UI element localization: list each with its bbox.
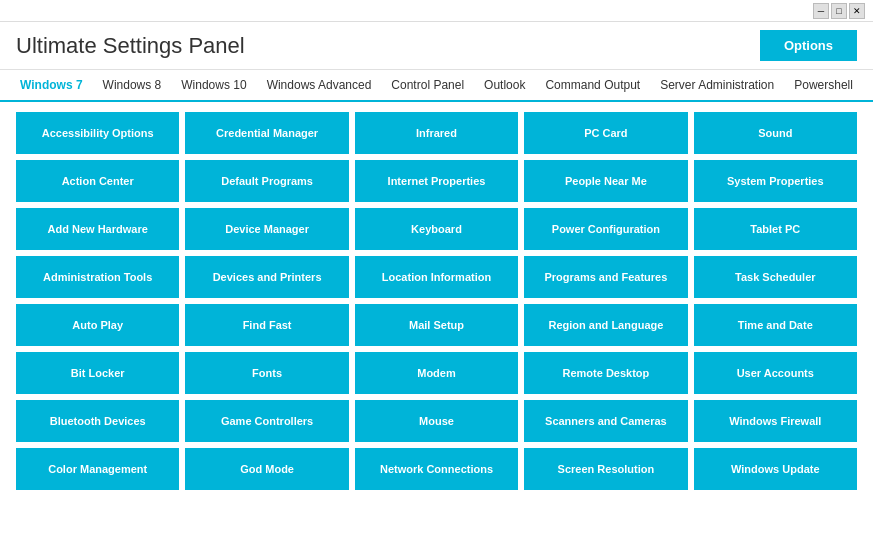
grid-btn-fonts[interactable]: Fonts — [185, 352, 348, 394]
grid-btn-infrared[interactable]: Infrared — [355, 112, 518, 154]
grid-btn-sound[interactable]: Sound — [694, 112, 857, 154]
app-title: Ultimate Settings Panel — [16, 33, 245, 59]
grid-btn-bit-locker[interactable]: Bit Locker — [16, 352, 179, 394]
grid-btn-pc-card[interactable]: PC Card — [524, 112, 687, 154]
grid-btn-administration-tools[interactable]: Administration Tools — [16, 256, 179, 298]
grid-btn-mail-setup[interactable]: Mail Setup — [355, 304, 518, 346]
options-button[interactable]: Options — [760, 30, 857, 61]
grid-btn-action-center[interactable]: Action Center — [16, 160, 179, 202]
header: Ultimate Settings Panel Options — [0, 22, 873, 70]
title-bar: ─ □ ✕ — [0, 0, 873, 22]
grid-btn-screen-resolution[interactable]: Screen Resolution — [524, 448, 687, 490]
minimize-button[interactable]: ─ — [813, 3, 829, 19]
title-bar-controls: ─ □ ✕ — [813, 3, 865, 19]
grid-btn-programs-and-features[interactable]: Programs and Features — [524, 256, 687, 298]
grid-btn-tablet-pc[interactable]: Tablet PC — [694, 208, 857, 250]
grid-btn-windows-firewall[interactable]: Windows Firewall — [694, 400, 857, 442]
grid-btn-add-new-hardware[interactable]: Add New Hardware — [16, 208, 179, 250]
grid-btn-scanners-and-cameras[interactable]: Scanners and Cameras — [524, 400, 687, 442]
grid-btn-auto-play[interactable]: Auto Play — [16, 304, 179, 346]
grid-btn-power-configuration[interactable]: Power Configuration — [524, 208, 687, 250]
grid-btn-system-properties[interactable]: System Properties — [694, 160, 857, 202]
grid-btn-mouse[interactable]: Mouse — [355, 400, 518, 442]
nav-tabs: Windows 7Windows 8Windows 10Windows Adva… — [0, 70, 873, 102]
grid-btn-remote-desktop[interactable]: Remote Desktop — [524, 352, 687, 394]
grid-btn-time-and-date[interactable]: Time and Date — [694, 304, 857, 346]
grid-btn-user-accounts[interactable]: User Accounts — [694, 352, 857, 394]
grid-btn-credential-manager[interactable]: Credential Manager — [185, 112, 348, 154]
nav-tab-outlook[interactable]: Outlook — [474, 70, 535, 102]
grid-btn-devices-and-printers[interactable]: Devices and Printers — [185, 256, 348, 298]
grid-btn-find-fast[interactable]: Find Fast — [185, 304, 348, 346]
grid-btn-windows-update[interactable]: Windows Update — [694, 448, 857, 490]
grid-btn-default-programs[interactable]: Default Programs — [185, 160, 348, 202]
nav-tab-windows-10[interactable]: Windows 10 — [171, 70, 256, 102]
grid-btn-location-information[interactable]: Location Information — [355, 256, 518, 298]
nav-tab-windows-7[interactable]: Windows 7 — [10, 70, 93, 102]
nav-tab-windows-8[interactable]: Windows 8 — [93, 70, 172, 102]
nav-tab-control-panel[interactable]: Control Panel — [381, 70, 474, 102]
grid-container: Accessibility OptionsCredential ManagerI… — [0, 102, 873, 500]
grid-btn-internet-properties[interactable]: Internet Properties — [355, 160, 518, 202]
nav-tab-server-administration[interactable]: Server Administration — [650, 70, 784, 102]
grid-btn-bluetooth-devices[interactable]: Bluetooth Devices — [16, 400, 179, 442]
maximize-button[interactable]: □ — [831, 3, 847, 19]
grid-btn-color-management[interactable]: Color Management — [16, 448, 179, 490]
grid-btn-accessibility-options[interactable]: Accessibility Options — [16, 112, 179, 154]
nav-tab-powershell[interactable]: Powershell — [784, 70, 863, 102]
grid-btn-modem[interactable]: Modem — [355, 352, 518, 394]
close-button[interactable]: ✕ — [849, 3, 865, 19]
grid-btn-region-and-language[interactable]: Region and Language — [524, 304, 687, 346]
grid-btn-keyboard[interactable]: Keyboard — [355, 208, 518, 250]
grid-btn-people-near-me[interactable]: People Near Me — [524, 160, 687, 202]
grid-btn-game-controllers[interactable]: Game Controllers — [185, 400, 348, 442]
nav-tab-windows-advanced[interactable]: Windows Advanced — [257, 70, 382, 102]
grid-btn-device-manager[interactable]: Device Manager — [185, 208, 348, 250]
grid-btn-network-connections[interactable]: Network Connections — [355, 448, 518, 490]
grid-btn-god-mode[interactable]: God Mode — [185, 448, 348, 490]
grid-btn-task-scheduler[interactable]: Task Scheduler — [694, 256, 857, 298]
nav-tab-command-output[interactable]: Command Output — [535, 70, 650, 102]
